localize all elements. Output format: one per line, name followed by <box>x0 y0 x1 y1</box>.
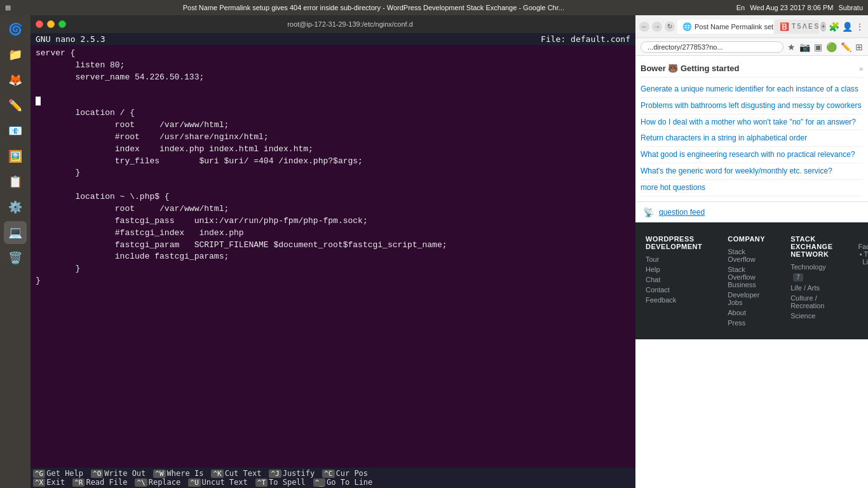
hot-question-link-3[interactable]: How do I deal with a mother who won't ta… <box>641 118 856 126</box>
network-link-science[interactable]: Science <box>790 312 832 320</box>
nano-cmd-write[interactable]: ^O Write Out <box>91 469 146 478</box>
nano-label-read: Read File <box>86 478 127 487</box>
nano-cmd-exit[interactable]: ^X Exit <box>33 478 65 487</box>
hot-question-link-5[interactable]: What good is engineering research with n… <box>641 150 855 159</box>
terminal-minimize-button[interactable] <box>47 20 55 28</box>
nano-cmd-tospell[interactable]: ^T To Spell <box>255 478 306 487</box>
nano-footer: ^G Get Help ^O Write Out ^W Where Is ^K … <box>31 468 635 488</box>
footer-link-about[interactable]: About <box>728 309 765 316</box>
browser-tab-2[interactable]: 🅱️ T 5 Λ E S ii ħ E ✕ <box>775 20 819 34</box>
nano-label-where: Where Is <box>167 469 204 478</box>
so-sidebar-title: Bower 🐻 Getting started <box>641 64 739 73</box>
nano-cmd-help[interactable]: ^G Get Help <box>33 469 83 478</box>
code-line-2: listen 80; <box>36 60 630 72</box>
hot-question-more-link[interactable]: more hot questions <box>641 183 705 192</box>
footer-link-help[interactable]: Help <box>646 266 702 273</box>
profile-icon[interactable]: 👤 <box>842 22 853 32</box>
so-sidebar-expand[interactable]: » <box>859 65 863 72</box>
nano-label-replace: Replace <box>149 478 181 487</box>
taskbar-home[interactable]: 🌀 <box>4 18 27 41</box>
browser-content[interactable]: Bower 🐻 Getting started » Generate a uni… <box>635 56 868 488</box>
nano-label-uncut: Uncut Text <box>202 478 248 487</box>
hot-question-link-2[interactable]: Problems with bathrooms left disgusting … <box>641 101 861 110</box>
sidebar-toggle-icon[interactable]: ▣ <box>814 42 822 52</box>
taskbar-editor[interactable]: ✏️ <box>4 94 27 117</box>
nano-key-backslash: ^\ <box>135 478 147 487</box>
os-time: Wed Aug 23 2017 8:06 PM <box>750 4 833 11</box>
footer-link-chat[interactable]: Chat <box>646 276 702 283</box>
nano-key-c: ^C <box>322 470 334 478</box>
grid-icon[interactable]: ⊞ <box>855 42 863 52</box>
new-tab-button[interactable]: + <box>820 22 826 32</box>
terminal-close-button[interactable] <box>36 20 43 28</box>
nano-version: GNU nano 2.5.3 <box>36 34 105 44</box>
hot-question-link-4[interactable]: Return characters in a string in alphabe… <box>641 133 807 142</box>
nano-cmd-gotoline[interactable]: ^_ Go To Line <box>313 478 373 487</box>
browser-forward-button[interactable]: → <box>652 22 662 32</box>
network-link-technology[interactable]: Technology <box>790 263 832 271</box>
taskbar-files[interactable]: 📁 <box>4 43 27 66</box>
os-apps-icon[interactable]: ⊞ <box>5 4 11 12</box>
terminal-maximize-button[interactable] <box>58 20 66 28</box>
code-line-3: server_name 54.226.50.133; <box>36 72 630 84</box>
screenshot-icon[interactable]: 📷 <box>799 42 810 52</box>
taskbar-settings[interactable]: ⚙️ <box>4 196 27 219</box>
taskbar-trash[interactable]: 🗑️ <box>4 247 27 269</box>
footer-link-contact[interactable]: Contact <box>646 286 702 294</box>
browser-addressbar: ★ 📷 ▣ 🟢 ✏️ ⊞ <box>635 38 868 56</box>
code-line-19: } <box>36 263 630 275</box>
code-line-8: #root /usr/share/nginx/html; <box>36 132 630 144</box>
question-feed-row: 📡 question feed <box>635 201 868 222</box>
taskbar-firefox[interactable]: 🦊 <box>4 69 27 92</box>
footer-linkedin-link[interactable]: LinkedIn <box>862 258 868 266</box>
nano-label-help: Get Help <box>46 469 83 478</box>
terminal-body[interactable]: server { listen 80; server_name 54.226.5… <box>31 45 635 468</box>
browser-reload-button[interactable]: ↻ <box>665 22 675 32</box>
network-badge-technology: 7 <box>793 273 803 281</box>
hot-question-link-1[interactable]: Generate a unique numeric identifier for… <box>641 85 858 93</box>
network-link-lifearts[interactable]: Life / Arts <box>790 284 832 292</box>
hot-question-link-6[interactable]: What's the generic word for weekly/month… <box>641 166 832 175</box>
taskbar-clipboard[interactable]: 📋 <box>4 170 27 193</box>
edit-icon[interactable]: ✏️ <box>841 42 851 52</box>
network-lifearts: Life / Arts <box>790 284 832 292</box>
footer-facebook-link[interactable]: Facebook <box>858 243 869 250</box>
tab-favicon-1: 🌐 <box>682 22 692 31</box>
taskbar-mail[interactable]: 📧 <box>4 119 27 142</box>
bookmark-icon[interactable]: ★ <box>787 42 796 52</box>
footer-link-stackoverflow[interactable]: Stack Overflow <box>728 248 765 263</box>
nano-cmd-replace[interactable]: ^\ Replace <box>135 478 180 487</box>
nano-cmd-curpos[interactable]: ^C Cur Pos <box>322 469 368 478</box>
hot-question-6: What's the generic word for weekly/month… <box>641 163 863 180</box>
hot-question-5: What good is engineering research with n… <box>641 147 863 163</box>
code-line-14: root /var/www/html; <box>36 203 630 215</box>
network-link-culture[interactable]: Culture / Recreation <box>790 294 832 309</box>
menu-icon[interactable]: ⋮ <box>855 22 864 32</box>
taskbar-terminal[interactable]: 💻 <box>4 221 27 244</box>
taskbar: 🌀 📁 🦊 ✏️ 📧 🖼️ 📋 ⚙️ 💻 🗑️ <box>0 15 31 488</box>
tab-label-2: T 5 Λ E S ii ħ E <box>792 23 819 30</box>
taskbar-image[interactable]: 🖼️ <box>4 145 27 168</box>
footer-link-feedback[interactable]: Feedback <box>646 296 702 304</box>
footer-link-jobs[interactable]: Developer Jobs <box>728 291 765 306</box>
address-input[interactable] <box>641 41 783 53</box>
nano-cmd-where[interactable]: ^W Where Is <box>153 469 203 478</box>
nano-cmd-read[interactable]: ^R Read File <box>72 478 127 487</box>
footer-link-press[interactable]: Press <box>728 319 765 327</box>
footer-right: Blog • Facebook • Twitter • LinkedIn <box>858 235 869 329</box>
question-feed-link[interactable]: question feed <box>659 208 705 217</box>
footer-twitter-link[interactable]: Twitter <box>864 250 868 258</box>
nano-cmd-uncut[interactable]: ^U Uncut Text <box>188 478 248 487</box>
nano-cmd-cut[interactable]: ^K Cut Text <box>211 469 261 478</box>
nano-cmd-justify[interactable]: ^J Justify <box>269 469 315 478</box>
browser-back-button[interactable]: ← <box>639 22 649 32</box>
extensions-icon[interactable]: 🧩 <box>829 22 839 32</box>
color-pick-icon[interactable]: 🟢 <box>826 42 837 52</box>
footer-link-so-business[interactable]: Stack Overflow Business <box>728 266 765 288</box>
footer-link-tour[interactable]: Tour <box>646 255 702 263</box>
footer-col-network-title: STACK EXCHANGE NETWORK <box>790 235 832 258</box>
nano-key-j: ^J <box>269 470 281 478</box>
browser-tab-1[interactable]: 🌐 Post Name Permalink setup gives 404 er… <box>677 20 773 34</box>
code-line-20: } <box>36 275 630 287</box>
footer-col-company-title: COMPANY <box>728 235 765 243</box>
